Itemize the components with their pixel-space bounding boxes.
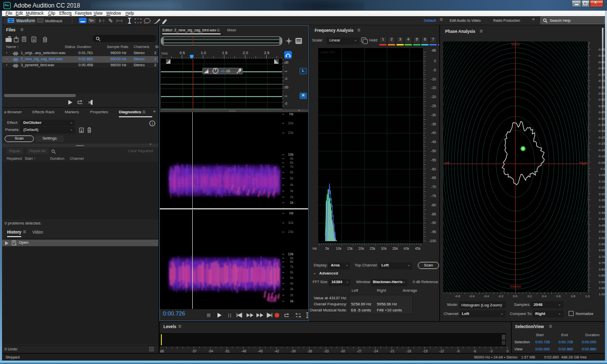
svg-text:i: i (152, 121, 153, 126)
